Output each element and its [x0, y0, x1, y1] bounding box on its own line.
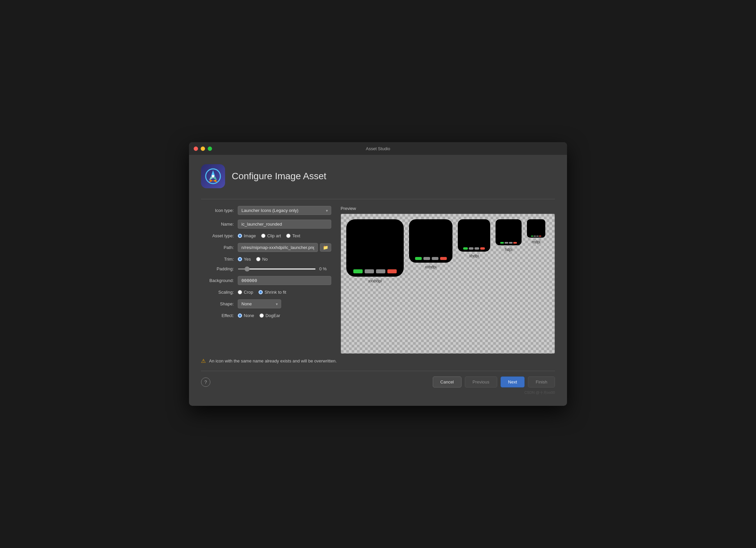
- path-row: Path: 📁: [201, 243, 331, 252]
- preview-icon-xhdpi: xhdpi: [458, 219, 490, 258]
- icon-type-select[interactable]: Launcher Icons (Legacy only)Action Bar a…: [238, 206, 331, 215]
- path-field-wrapper: 📁: [238, 243, 331, 252]
- bb-grid-hdpi: [504, 219, 513, 241]
- icon-xhdpi: [458, 219, 490, 252]
- browse-button[interactable]: 📁: [320, 243, 331, 252]
- green-dot: [353, 269, 363, 273]
- name-field-wrapper: [238, 220, 331, 229]
- icon-hdpi: [496, 219, 522, 245]
- gray-dot: [536, 236, 539, 237]
- red-dot: [480, 247, 485, 250]
- maximize-button[interactable]: [208, 147, 212, 151]
- asset-type-text-radio[interactable]: [286, 234, 291, 238]
- scaling-row: Scaling: Crop Shrink to fit: [201, 290, 331, 295]
- padding-slider-wrapper: 0 %: [238, 266, 331, 271]
- gray-dot: [509, 242, 513, 244]
- app-icon: [201, 164, 225, 188]
- divider: [201, 199, 555, 199]
- bb-grid-xxxhdpi: [365, 219, 385, 266]
- asset-type-group: Image Clip art Text: [238, 233, 331, 238]
- scaling-label: Scaling:: [201, 290, 238, 295]
- dpi-label-xxxhdpi: xxxhdpi: [368, 279, 382, 283]
- cancel-button[interactable]: Cancel: [433, 376, 461, 387]
- red-dot: [513, 242, 517, 244]
- close-button[interactable]: [194, 147, 198, 151]
- scaling-shrink-option[interactable]: Shrink to fit: [258, 290, 286, 295]
- shape-row: Shape: None Square Circle ▼: [201, 299, 331, 308]
- padding-row: Padding: 0 %: [201, 266, 331, 271]
- icon-xxxhdpi: [346, 219, 404, 277]
- trim-no-radio[interactable]: [256, 257, 260, 261]
- preview-area: xxxhdpi: [341, 214, 555, 354]
- red-dot: [387, 269, 397, 273]
- effect-dogear-radio[interactable]: [259, 313, 264, 318]
- warning-icon: ⚠: [201, 358, 206, 364]
- trim-yes-radio[interactable]: [238, 257, 242, 261]
- gray-dot: [365, 269, 374, 273]
- preview-icon-mdpi: mdpi: [527, 219, 545, 244]
- gray-dot: [376, 269, 385, 273]
- window-title: Asset Studio: [366, 146, 390, 151]
- previous-button[interactable]: Previous: [465, 376, 497, 387]
- trim-yes-option[interactable]: Yes: [238, 257, 251, 262]
- background-row: Background:: [201, 276, 331, 285]
- gray-dot: [534, 236, 536, 237]
- form-panel: Icon type: Launcher Icons (Legacy only)A…: [201, 206, 331, 354]
- padding-slider[interactable]: [238, 268, 316, 270]
- dpi-label-xhdpi: xhdpi: [469, 254, 479, 258]
- titlebar: Asset Studio: [189, 142, 567, 155]
- trim-no-option[interactable]: No: [256, 257, 268, 262]
- effect-dogear-option[interactable]: DogEar: [259, 313, 280, 318]
- effect-label: Effect:: [201, 313, 238, 318]
- effect-group: None DogEar: [238, 313, 331, 318]
- header: Configure Image Asset: [201, 164, 555, 188]
- trim-group: Yes No: [238, 257, 331, 262]
- gray-dot: [505, 242, 508, 244]
- bb-grid-mdpi: [533, 219, 539, 234]
- asset-type-clip-radio[interactable]: [261, 234, 265, 238]
- preview-icon-hdpi: hdpi: [496, 219, 522, 252]
- icon-mdpi: [527, 219, 545, 238]
- name-input[interactable]: [238, 220, 331, 229]
- asset-type-clip-option[interactable]: Clip art: [261, 233, 281, 238]
- effect-row: Effect: None DogEar: [201, 313, 331, 318]
- asset-type-image-radio[interactable]: [238, 234, 242, 238]
- scaling-shrink-radio[interactable]: [258, 290, 263, 294]
- gray-dot: [432, 257, 438, 260]
- footer-buttons: Cancel Previous Next Finish: [433, 376, 555, 387]
- name-row: Name:: [201, 220, 331, 229]
- minimize-button[interactable]: [201, 147, 205, 151]
- asset-type-label: Asset type:: [201, 233, 238, 238]
- padding-label: Padding:: [201, 266, 238, 271]
- name-label: Name:: [201, 222, 238, 227]
- content-area: Configure Image Asset Icon type: Launche…: [189, 155, 567, 406]
- next-button[interactable]: Next: [501, 376, 525, 387]
- help-button[interactable]: ?: [201, 377, 210, 387]
- icon-type-label: Icon type:: [201, 208, 238, 213]
- main-window: Asset Studio Configure Image Asset: [189, 142, 567, 406]
- path-input[interactable]: [238, 243, 318, 252]
- icon-xxhdpi: [409, 219, 452, 263]
- preview-icon-xxxhdpi: xxxhdpi: [346, 219, 404, 283]
- svg-point-1: [212, 175, 214, 178]
- effect-none-radio[interactable]: [238, 313, 242, 318]
- finish-button[interactable]: Finish: [528, 376, 555, 387]
- asset-type-image-option[interactable]: Image: [238, 233, 256, 238]
- bottom-bar-hdpi: [496, 241, 522, 245]
- scaling-crop-option[interactable]: Crop: [238, 290, 253, 295]
- green-dot: [463, 247, 468, 250]
- background-input[interactable]: [238, 276, 331, 285]
- effect-none-option[interactable]: None: [238, 313, 254, 318]
- scaling-group: Crop Shrink to fit: [238, 290, 331, 295]
- shape-select-wrapper: None Square Circle ▼: [238, 299, 281, 308]
- bottom-bar-mdpi: [527, 234, 545, 238]
- bottom-bar-xxxhdpi: [346, 266, 404, 277]
- gray-dot: [423, 257, 430, 260]
- bottom-bar-xhdpi: [458, 245, 490, 252]
- padding-value: 0 %: [319, 266, 331, 271]
- dpi-label-hdpi: hdpi: [505, 247, 513, 252]
- icon-type-select-wrapper: Launcher Icons (Legacy only)Action Bar a…: [238, 206, 331, 215]
- scaling-crop-radio[interactable]: [238, 290, 242, 294]
- asset-type-text-option[interactable]: Text: [286, 233, 300, 238]
- shape-select[interactable]: None Square Circle: [238, 299, 281, 308]
